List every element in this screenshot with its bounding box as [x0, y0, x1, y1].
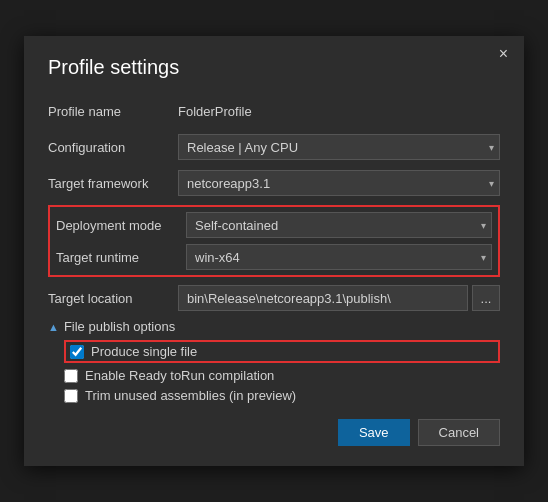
profile-settings-dialog: × Profile settings Profile name FolderPr… — [24, 36, 524, 466]
deployment-mode-label: Deployment mode — [56, 218, 186, 233]
target-runtime-row: Target runtime win-x64 ▾ — [56, 243, 492, 271]
profile-name-row: Profile name FolderProfile — [48, 97, 500, 125]
deployment-mode-select-wrapper: Self-contained ▾ — [186, 212, 492, 238]
enable-ready-to-run-checkbox[interactable] — [64, 369, 78, 383]
target-framework-select-wrapper: netcoreapp3.1 ▾ — [178, 170, 500, 196]
deployment-mode-row: Deployment mode Self-contained ▾ — [56, 211, 492, 239]
profile-name-value: FolderProfile — [178, 104, 252, 119]
close-button[interactable]: × — [493, 44, 514, 64]
target-runtime-label: Target runtime — [56, 250, 186, 265]
dialog-title: Profile settings — [48, 56, 500, 79]
trim-unused-label[interactable]: Trim unused assemblies (in preview) — [85, 388, 296, 403]
target-runtime-select-wrapper: win-x64 ▾ — [186, 244, 492, 270]
target-location-browse-button[interactable]: ... — [472, 285, 500, 311]
file-publish-header[interactable]: ▲ File publish options — [48, 319, 500, 334]
target-location-row: Target location ... — [48, 285, 500, 311]
target-location-input[interactable] — [178, 285, 468, 311]
target-framework-label: Target framework — [48, 176, 178, 191]
configuration-select-wrapper: Release | Any CPU ▾ — [178, 134, 500, 160]
file-publish-header-label: File publish options — [64, 319, 175, 334]
trim-unused-checkbox[interactable] — [64, 389, 78, 403]
file-publish-section: ▲ File publish options Produce single fi… — [48, 319, 500, 403]
cancel-button[interactable]: Cancel — [418, 419, 500, 446]
highlighted-deployment-section: Deployment mode Self-contained ▾ Target … — [48, 205, 500, 277]
configuration-select[interactable]: Release | Any CPU — [178, 134, 500, 160]
trim-unused-row: Trim unused assemblies (in preview) — [64, 388, 500, 403]
file-publish-options-list: Produce single file Enable Ready toRun c… — [48, 340, 500, 403]
target-location-label: Target location — [48, 291, 178, 306]
enable-ready-to-run-row: Enable Ready toRun compilation — [64, 368, 500, 383]
dialog-footer: Save Cancel — [48, 419, 500, 446]
produce-single-file-label[interactable]: Produce single file — [91, 344, 197, 359]
configuration-label: Configuration — [48, 140, 178, 155]
profile-name-label: Profile name — [48, 104, 178, 119]
produce-single-file-row: Produce single file — [64, 340, 500, 363]
deployment-mode-select[interactable]: Self-contained — [186, 212, 492, 238]
save-button[interactable]: Save — [338, 419, 410, 446]
target-runtime-select[interactable]: win-x64 — [186, 244, 492, 270]
target-framework-row: Target framework netcoreapp3.1 ▾ — [48, 169, 500, 197]
expand-icon: ▲ — [48, 321, 59, 333]
target-framework-select[interactable]: netcoreapp3.1 — [178, 170, 500, 196]
produce-single-file-checkbox[interactable] — [70, 345, 84, 359]
enable-ready-to-run-label[interactable]: Enable Ready toRun compilation — [85, 368, 274, 383]
configuration-row: Configuration Release | Any CPU ▾ — [48, 133, 500, 161]
